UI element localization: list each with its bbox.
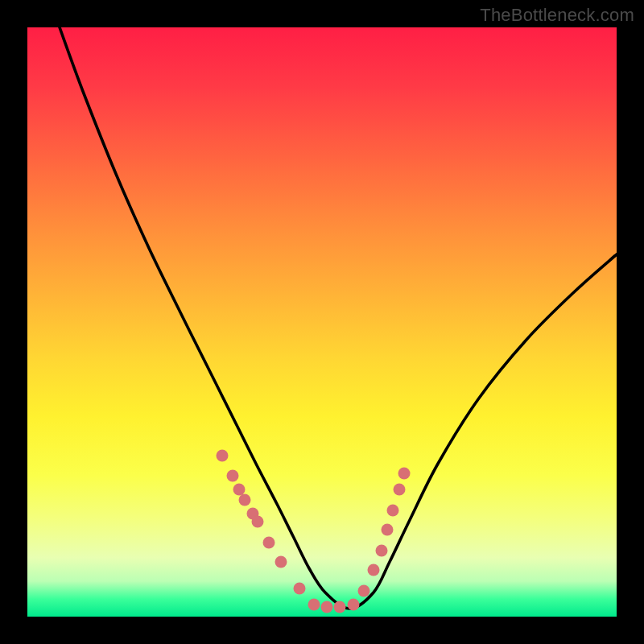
dot-marker bbox=[398, 468, 411, 480]
dot-marker bbox=[227, 470, 239, 482]
dot-marker bbox=[308, 599, 320, 611]
dot-marker bbox=[358, 585, 370, 597]
plot-area bbox=[27, 27, 617, 617]
main-curve bbox=[60, 27, 617, 609]
dot-marker bbox=[387, 505, 399, 517]
chart-frame: TheBottleneck.com bbox=[0, 0, 644, 644]
watermark-text: TheBottleneck.com bbox=[480, 5, 634, 26]
dot-marker bbox=[382, 524, 394, 536]
curve-dots bbox=[217, 450, 411, 613]
dot-marker bbox=[376, 545, 388, 557]
dot-marker bbox=[368, 564, 380, 576]
dot-marker bbox=[275, 556, 287, 568]
dot-marker bbox=[321, 601, 333, 613]
dot-marker bbox=[294, 583, 306, 595]
dot-marker bbox=[252, 516, 264, 528]
dot-marker bbox=[334, 601, 346, 613]
dot-marker bbox=[394, 484, 406, 496]
dot-marker bbox=[263, 537, 275, 549]
dot-marker bbox=[233, 484, 246, 496]
dot-marker bbox=[217, 450, 229, 462]
curve-layer bbox=[27, 27, 617, 617]
dot-marker bbox=[239, 494, 251, 506]
dot-marker bbox=[348, 599, 360, 611]
